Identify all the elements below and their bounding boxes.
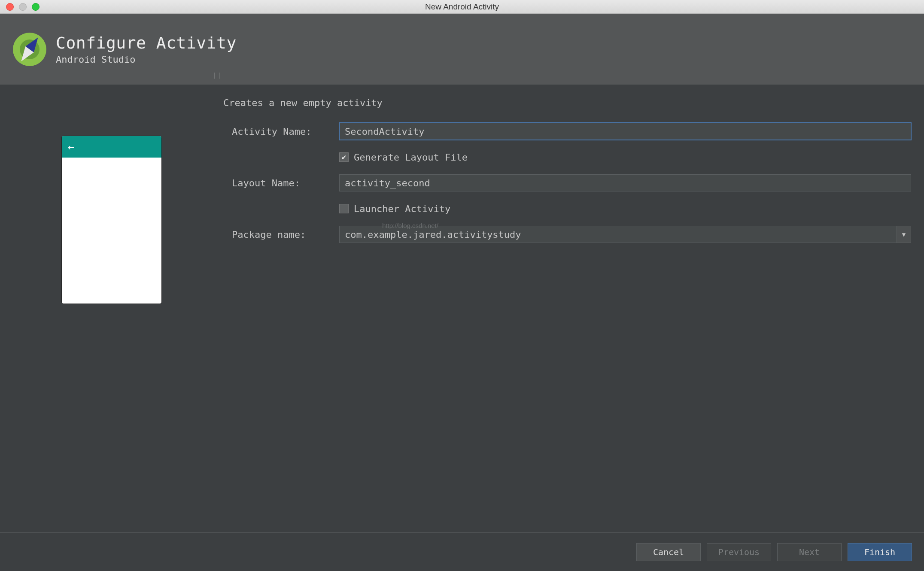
mac-traffic-lights: [0, 3, 40, 11]
android-studio-logo-icon: [13, 33, 46, 66]
generate-layout-checkbox[interactable]: ✔ Generate Layout File: [339, 152, 911, 163]
row-launcher: ✔ Launcher Activity: [223, 199, 911, 218]
launcher-activity-label: Launcher Activity: [354, 203, 450, 214]
checkbox-unchecked-icon: ✔: [339, 204, 349, 213]
form-column: Creates a new empty activity Activity Na…: [223, 97, 924, 532]
launcher-activity-checkbox[interactable]: ✔ Launcher Activity: [339, 203, 911, 214]
row-layout-name: Layout Name:: [223, 173, 911, 192]
label-package-name: Package name:: [223, 229, 339, 240]
row-package-name: Package name: ▼: [223, 225, 911, 244]
page-title: Configure Activity: [56, 33, 237, 52]
window-minimize-button[interactable]: [19, 3, 27, 11]
back-arrow-icon: ←: [68, 140, 75, 153]
drag-handle-icon: ||: [213, 72, 222, 79]
window-zoom-button[interactable]: [32, 3, 40, 11]
layout-name-input[interactable]: [339, 174, 911, 191]
window-title: New Android Activity: [0, 2, 924, 12]
phone-appbar: ←: [62, 136, 161, 158]
wizard-content: ← Creates a new empty activity Activity …: [0, 85, 924, 532]
page-subtitle: Android Studio: [56, 54, 237, 65]
titlebar: New Android Activity: [0, 0, 924, 14]
row-generate-layout: ✔ Generate Layout File: [223, 148, 911, 167]
phone-preview: ←: [62, 136, 161, 304]
row-activity-name: Activity Name:: [223, 122, 911, 141]
activity-name-input[interactable]: [339, 123, 911, 140]
next-button[interactable]: Next: [777, 543, 842, 561]
watermark-text: http://blog.csdn.net/: [382, 222, 438, 229]
generate-layout-label: Generate Layout File: [354, 152, 468, 163]
label-layout-name: Layout Name:: [223, 178, 339, 188]
wizard-footer: Cancel Previous Next Finish: [0, 532, 924, 571]
form-description: Creates a new empty activity: [223, 97, 911, 108]
preview-column: ←: [0, 97, 223, 532]
dropdown-button[interactable]: ▼: [897, 226, 911, 243]
chevron-down-icon: ▼: [902, 231, 906, 238]
wizard-header: Configure Activity Android Studio ||: [0, 14, 924, 85]
window-close-button[interactable]: [6, 3, 14, 11]
cancel-button[interactable]: Cancel: [636, 543, 701, 561]
label-activity-name: Activity Name:: [223, 126, 339, 137]
checkbox-checked-icon: ✔: [339, 152, 349, 162]
finish-button[interactable]: Finish: [848, 543, 912, 561]
previous-button[interactable]: Previous: [707, 543, 771, 561]
